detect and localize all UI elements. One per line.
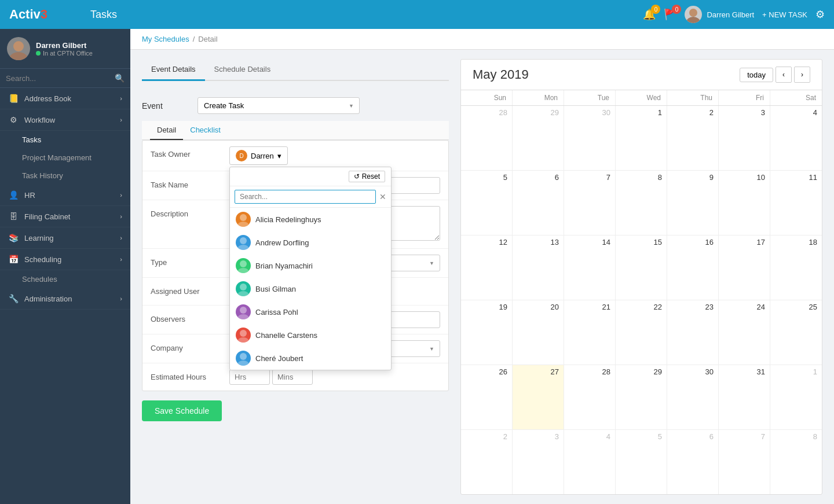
svg-point-7 — [237, 245, 249, 250]
user-avatar — [685, 6, 702, 23]
calendar-day-cell[interactable]: 3 — [719, 106, 770, 170]
calendar-day-cell[interactable]: 9 — [667, 171, 719, 235]
calendar-day-cell[interactable]: 8 — [616, 171, 667, 235]
calendar-next-button[interactable]: › — [794, 67, 810, 83]
calendar-today-button[interactable]: today — [740, 68, 773, 82]
calendar-day-cell[interactable]: 5 — [461, 171, 513, 235]
user-list-item[interactable]: Andrew Dorfling — [230, 231, 391, 254]
content-area: My Schedules / Detail Event Details Sche… — [130, 29, 834, 504]
calendar-day-cell[interactable]: 11 — [770, 171, 822, 235]
user-list-item[interactable]: Brian Nyamachiri — [230, 254, 391, 277]
calendar-day-cell[interactable]: 1 — [770, 365, 822, 429]
tab-event-details[interactable]: Event Details — [142, 59, 205, 81]
calendar-day-cell[interactable]: 23 — [667, 300, 719, 365]
mins-input[interactable] — [272, 369, 313, 385]
calendar-day-cell[interactable]: 30 — [667, 365, 719, 429]
user-list-item[interactable]: Carissa Pohl — [230, 300, 391, 323]
calendar-day-cell[interactable]: 30 — [564, 106, 616, 170]
calendar-day-cell[interactable]: 31 — [719, 365, 770, 429]
sidebar-item-project-management[interactable]: Project Management — [0, 149, 130, 167]
inner-tab-checklist[interactable]: Checklist — [183, 121, 228, 140]
settings-icon[interactable]: ⚙ — [815, 8, 825, 21]
calendar-day-cell[interactable]: 28 — [461, 106, 513, 170]
user-list-item[interactable]: Alicia Redelinghuys — [230, 208, 391, 231]
calendar-day-cell[interactable]: 26 — [461, 365, 513, 429]
sidebar-item-filing-cabinet[interactable]: 🗄 Filing Cabinet › — [0, 206, 130, 227]
event-label: Event — [142, 101, 188, 111]
calendar-day-cell[interactable]: 7 — [564, 171, 616, 235]
user-list-item[interactable]: Chanelle Carstens — [230, 323, 391, 347]
calendar-day-cell[interactable]: 6 — [513, 171, 564, 235]
calendar-day-cell[interactable]: 22 — [616, 300, 667, 365]
hours-input[interactable] — [229, 369, 270, 385]
sidebar-item-learning[interactable]: 📚 Learning › — [0, 227, 130, 249]
user-menu[interactable]: Darren Gilbert — [685, 6, 754, 23]
sidebar-item-workflow[interactable]: ⚙ Workflow › — [0, 109, 130, 131]
messages-button[interactable]: 🚩 0 — [664, 8, 676, 21]
svg-point-5 — [237, 222, 249, 227]
calendar-day-cell[interactable]: 10 — [719, 171, 770, 235]
svg-point-4 — [240, 214, 247, 221]
save-schedule-button[interactable]: Save Schedule — [142, 400, 222, 421]
svg-point-6 — [240, 237, 247, 244]
calendar-day-cell[interactable]: 17 — [719, 236, 770, 300]
calendar-day-cell[interactable]: 3 — [513, 430, 564, 494]
reset-button[interactable]: ↺ Reset — [349, 171, 385, 182]
calendar-day-cell[interactable]: 5 — [616, 430, 667, 494]
calendar-day-cell[interactable]: 14 — [564, 236, 616, 300]
calendar-day-cell[interactable]: 12 — [461, 236, 513, 300]
calendar-day-cell[interactable]: 20 — [513, 300, 564, 365]
sidebar-label-learning: Learning — [24, 234, 114, 242]
user-list-item[interactable]: Busi Gilman — [230, 277, 391, 300]
calendar-day-cell[interactable]: 27 — [513, 365, 564, 429]
sidebar-item-hr[interactable]: 👤 HR › — [0, 185, 130, 206]
sidebar-item-address-book[interactable]: 📒 Address Book › — [0, 88, 130, 109]
chevron-icon: › — [120, 234, 122, 241]
top-navigation: Activ3 Tasks 🔔 0 🚩 0 Darren Gilbert + NE… — [0, 0, 834, 29]
notifications-button[interactable]: 🔔 0 — [643, 8, 656, 21]
calendar-day-cell[interactable]: 4 — [564, 430, 616, 494]
calendar-day-cell[interactable]: 6 — [667, 430, 719, 494]
sidebar-item-tasks[interactable]: Tasks — [0, 131, 130, 149]
sidebar-item-task-history[interactable]: Task History — [0, 167, 130, 185]
calendar-grid: SunMonTueWedThuFriSat 282930123456789101… — [461, 90, 822, 494]
calendar-day-cell[interactable]: 21 — [564, 300, 616, 365]
calendar-day-name: Thu — [667, 90, 719, 105]
calendar-day-cell[interactable]: 29 — [616, 365, 667, 429]
calendar-day-cell[interactable]: 8 — [770, 430, 822, 494]
calendar-day-cell[interactable]: 18 — [770, 236, 822, 300]
calendar-day-cell[interactable]: 2 — [461, 430, 513, 494]
calendar-day-cell[interactable]: 25 — [770, 300, 822, 365]
calendar-day-cell[interactable]: 7 — [719, 430, 770, 494]
new-task-button[interactable]: + NEW TASK — [762, 10, 807, 19]
sidebar-item-schedules[interactable]: Schedules — [0, 270, 130, 288]
tab-schedule-details[interactable]: Schedule Details — [205, 59, 280, 81]
user-search-input[interactable] — [235, 190, 376, 204]
calendar-day-cell[interactable]: 2 — [667, 106, 719, 170]
breadcrumb-parent[interactable]: My Schedules — [142, 35, 189, 43]
calendar-day-name: Sat — [770, 90, 822, 105]
calendar-day-cell[interactable]: 29 — [513, 106, 564, 170]
sidebar-item-scheduling[interactable]: 📅 Scheduling › — [0, 249, 130, 270]
type-label: Type — [151, 255, 220, 267]
calendar-prev-button[interactable]: ‹ — [776, 67, 792, 83]
user-list-item[interactable]: Cheré Joubert — [230, 347, 391, 370]
calendar-day-cell[interactable]: 16 — [667, 236, 719, 300]
event-select[interactable]: Create Task — [197, 97, 360, 114]
calendar-day-cell[interactable]: 4 — [770, 106, 822, 170]
inner-tab-detail[interactable]: Detail — [150, 121, 183, 140]
calendar-day-cell[interactable]: 15 — [616, 236, 667, 300]
calendar-week: 19202122232425 — [461, 300, 822, 365]
user-search-close[interactable]: ✕ — [379, 193, 386, 201]
calendar-header: May 2019 today ‹ › — [461, 60, 822, 90]
sidebar-item-administration[interactable]: 🔧 Administration › — [0, 288, 130, 310]
task-owner-button[interactable]: D Darren ▾ — [229, 146, 288, 165]
sidebar-search-input[interactable] — [6, 74, 115, 83]
calendar-day-cell[interactable]: 28 — [564, 365, 616, 429]
calendar-day-cell[interactable]: 19 — [461, 300, 513, 365]
calendar-day-cell[interactable]: 1 — [616, 106, 667, 170]
calendar-day-cell[interactable]: 24 — [719, 300, 770, 365]
calendar-day-cell[interactable]: 13 — [513, 236, 564, 300]
calendar-month-title: May 2019 — [473, 67, 529, 82]
user-list-avatar — [236, 328, 251, 343]
